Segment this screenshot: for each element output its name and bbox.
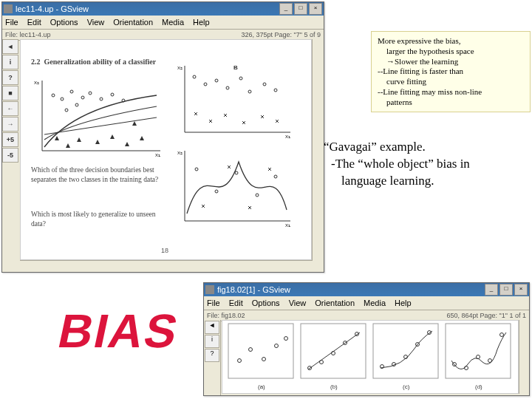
svg-rect-65 <box>228 324 293 378</box>
svg-point-56 <box>274 175 277 178</box>
gavagai-line: language learning. <box>324 173 531 190</box>
svg-point-9 <box>75 103 78 106</box>
menu-help[interactable]: Help <box>193 18 210 27</box>
menu-orientation[interactable]: Orientation <box>113 18 153 27</box>
document-viewport-1[interactable]: 2.2 Generalization ability of a classifi… <box>20 39 312 260</box>
tool-info-icon[interactable]: i <box>2 55 18 69</box>
close-button[interactable]: × <box>309 3 322 15</box>
menu-edit[interactable]: Edit <box>229 299 243 307</box>
menubar-1: File Edit Options View Orientation Media… <box>2 16 324 30</box>
tool-zoom-in-icon[interactable]: +5 <box>2 132 18 147</box>
svg-marker-20 <box>140 136 144 140</box>
svg-point-7 <box>81 96 84 99</box>
svg-point-70 <box>284 337 288 341</box>
svg-point-66 <box>238 359 242 363</box>
tool-prev-icon[interactable]: ← <box>2 101 18 116</box>
menu-file[interactable]: File <box>207 299 220 307</box>
scrollbar-h[interactable] <box>20 260 313 272</box>
app-icon <box>205 285 214 294</box>
menu-view[interactable]: View <box>289 299 307 307</box>
menu-help[interactable]: Help <box>395 299 412 307</box>
page-number: 18 <box>161 247 168 254</box>
titlebar-1: lec11-4.up - GSview _ □ × <box>2 2 324 16</box>
svg-line-22 <box>44 117 157 134</box>
question-1: Which of the three decision boundaries b… <box>31 166 164 185</box>
svg-text:B: B <box>233 64 238 71</box>
svg-point-34 <box>263 83 266 86</box>
page-label: 326, 375pt Page: "7" 5 of 9 <box>242 31 321 38</box>
tool-icon[interactable]: ? <box>205 349 219 362</box>
svg-point-67 <box>249 348 253 352</box>
svg-point-53 <box>215 190 218 193</box>
svg-text:x₁: x₁ <box>155 151 160 158</box>
menu-options[interactable]: Options <box>252 299 280 307</box>
menubar-2: File Edit Options View Orientation Media… <box>204 296 529 310</box>
gavagai-text: “Gavagai” example. -The “whole object” b… <box>324 139 531 190</box>
svg-point-35 <box>274 89 277 92</box>
svg-point-92 <box>500 333 504 337</box>
menu-view[interactable]: View <box>87 18 105 27</box>
svg-marker-21 <box>132 121 137 126</box>
svg-text:x₂: x₂ <box>177 64 183 71</box>
minimize-button[interactable]: _ <box>279 3 293 15</box>
section-heading: 2.2 Generalization ability of a classifi… <box>31 58 156 66</box>
svg-text:(d): (d) <box>475 383 482 390</box>
close-button[interactable]: × <box>514 284 528 296</box>
svg-marker-16 <box>77 137 81 142</box>
svg-point-31 <box>226 86 229 89</box>
maximize-button[interactable]: □ <box>294 3 307 15</box>
file-label: File: lec11-4.up <box>5 31 51 38</box>
tool-stop-icon[interactable]: ■ <box>2 86 18 100</box>
tool-icon[interactable]: i <box>205 335 219 348</box>
svg-marker-15 <box>66 143 70 148</box>
svg-marker-19 <box>125 142 129 146</box>
menu-orientation[interactable]: Orientation <box>315 299 355 307</box>
tool-back-icon[interactable]: ◄ <box>2 39 18 54</box>
question-2: Which is most likely to generalize to un… <box>31 210 164 229</box>
titlebar-2: fig18.02[1] - GSview _ □ × <box>204 283 529 296</box>
svg-marker-18 <box>110 134 115 139</box>
svg-point-29 <box>204 83 207 86</box>
maximize-button[interactable]: □ <box>499 284 513 296</box>
svg-point-8 <box>65 109 68 112</box>
svg-point-4 <box>52 94 55 97</box>
svg-text:x₂: x₂ <box>177 149 183 156</box>
menu-media[interactable]: Media <box>364 299 386 307</box>
svg-point-12 <box>111 93 114 96</box>
file-label: File: fig18.02 <box>207 312 245 319</box>
page-label: 650, 864pt Page: "1" 1 of 1 <box>447 312 526 319</box>
svg-rect-80 <box>373 324 438 378</box>
tool-zoom-out-icon[interactable]: -5 <box>2 148 18 163</box>
tool-next-icon[interactable]: → <box>2 117 18 132</box>
note-line: --Line fitting is faster than <box>378 66 524 77</box>
svg-text:(a): (a) <box>258 383 265 390</box>
minimize-button[interactable]: _ <box>485 284 498 296</box>
menu-file[interactable]: File <box>5 18 18 27</box>
svg-point-55 <box>256 194 259 197</box>
side-toolbar-2: ◄ i ? <box>204 320 221 395</box>
svg-point-33 <box>248 90 251 93</box>
menu-options[interactable]: Options <box>50 18 78 27</box>
scrollbar-v[interactable] <box>519 320 529 394</box>
note-line: curve fitting <box>378 77 524 87</box>
svg-marker-17 <box>95 140 100 144</box>
menu-media[interactable]: Media <box>162 18 184 27</box>
tool-icon[interactable]: ◄ <box>205 321 219 334</box>
gsview-window-1: lec11-4.up - GSview _ □ × File Edit Opti… <box>1 1 324 273</box>
svg-text:(b): (b) <box>330 383 338 390</box>
svg-point-11 <box>100 98 103 100</box>
svg-line-78 <box>308 332 360 369</box>
scrollbar-v[interactable] <box>312 39 324 260</box>
figure-scatter-main: x₁x₂ <box>31 77 164 158</box>
tool-help-icon[interactable]: ? <box>2 70 18 85</box>
side-toolbar: ◄ i ? ■ ← → +5 -5 <box>2 39 18 163</box>
svg-point-69 <box>275 344 279 348</box>
svg-text:x₁: x₁ <box>285 222 290 228</box>
document-viewport-2[interactable]: (a) (b) (c) (d) <box>222 320 519 394</box>
svg-point-32 <box>239 77 242 80</box>
svg-marker-14 <box>55 136 59 140</box>
svg-text:x₁: x₁ <box>285 133 290 140</box>
svg-point-5 <box>61 98 64 100</box>
menu-edit[interactable]: Edit <box>27 18 41 27</box>
note-line: →Slower the learning <box>378 57 524 67</box>
